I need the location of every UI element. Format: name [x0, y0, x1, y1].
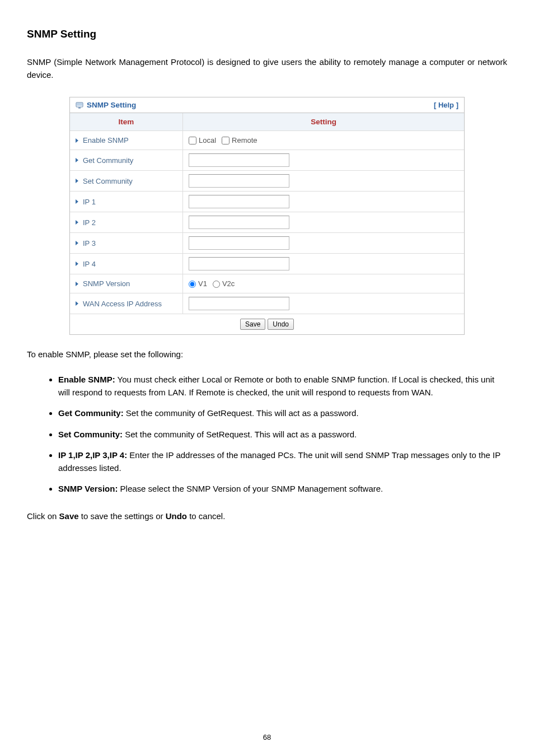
- v1-radio[interactable]: [189, 281, 196, 288]
- bold-term: IP 1,IP 2,IP 3,IP 4:: [58, 450, 127, 460]
- setting-snmp-version: V1 V2c: [183, 274, 464, 293]
- setting-enable-snmp: Local Remote: [183, 131, 464, 150]
- list-text: You must check either Local or Remote or…: [58, 375, 494, 397]
- label-ip3: IP 3: [70, 233, 183, 253]
- row-snmp-version: SNMP Version V1 V2c: [70, 274, 464, 293]
- arrow-icon: [76, 179, 78, 183]
- intro-paragraph: SNMP (Simple Network Management Protocol…: [27, 56, 507, 81]
- label-text: IP 2: [83, 218, 96, 227]
- label-ip4: IP 4: [70, 254, 183, 274]
- arrow-icon: [76, 199, 78, 204]
- closing-text: to save the settings or: [79, 511, 166, 521]
- remote-checkbox[interactable]: [222, 137, 229, 144]
- panel-title-text: SNMP Setting: [87, 101, 136, 109]
- label-text: SNMP Version: [83, 279, 130, 288]
- svg-rect-2: [78, 108, 81, 109]
- sub-intro: To enable SNMP, please set the following…: [27, 349, 507, 359]
- local-checkbox-label[interactable]: Local: [189, 136, 216, 145]
- arrow-icon: [76, 241, 78, 245]
- svg-rect-1: [77, 103, 82, 106]
- arrow-icon: [76, 220, 78, 225]
- row-ip4: IP 4: [70, 254, 464, 274]
- bold-term: SNMP Version:: [58, 484, 118, 493]
- local-text: Local: [199, 136, 216, 144]
- arrow-icon: [76, 282, 78, 286]
- bold-term: Enable SNMP:: [58, 375, 115, 384]
- label-text: WAN Access IP Address: [83, 300, 162, 308]
- label-ip2: IP 2: [70, 212, 183, 232]
- help-link[interactable]: [ Help ]: [434, 101, 458, 109]
- label-set-community: Set Community: [70, 171, 183, 191]
- remote-text: Remote: [232, 136, 257, 144]
- ip3-input[interactable]: [189, 236, 289, 250]
- label-wan-access: WAN Access IP Address: [70, 293, 183, 314]
- list-item: SNMP Version: Please select the SNMP Ver…: [58, 483, 507, 496]
- remote-checkbox-label[interactable]: Remote: [222, 136, 257, 145]
- closing-undo-bold: Undo: [166, 511, 187, 521]
- v2c-radio[interactable]: [213, 281, 220, 288]
- row-set-community: Set Community: [70, 171, 464, 192]
- label-enable-snmp: Enable SNMP: [70, 131, 183, 150]
- arrow-icon: [76, 158, 78, 162]
- list-text: Please select the SNMP Version of your S…: [118, 484, 383, 493]
- v2c-radio-label[interactable]: V2c: [213, 279, 235, 288]
- v2c-text: V2c: [222, 279, 235, 288]
- v1-radio-label[interactable]: V1: [189, 279, 207, 288]
- col-setting-header: Setting: [183, 113, 464, 130]
- arrow-icon: [76, 138, 78, 143]
- label-text: IP 4: [83, 260, 96, 268]
- v1-text: V1: [198, 279, 207, 288]
- col-item-header: Item: [70, 113, 183, 130]
- list-item: Get Community: Set the community of GetR…: [58, 407, 507, 420]
- bold-term: Set Community:: [58, 430, 123, 439]
- list-item: Enable SNMP: You must check either Local…: [58, 374, 507, 399]
- snmp-setting-panel: SNMP Setting [ Help ] Item Setting Enabl…: [69, 97, 465, 335]
- instruction-list: Enable SNMP: You must check either Local…: [27, 374, 507, 496]
- list-item: IP 1,IP 2,IP 3,IP 4: Enter the IP addres…: [58, 449, 507, 474]
- panel-icon: [76, 102, 83, 109]
- label-text: IP 3: [83, 239, 96, 248]
- get-community-input[interactable]: [189, 153, 289, 167]
- local-checkbox[interactable]: [189, 137, 196, 144]
- row-ip3: IP 3: [70, 233, 464, 254]
- row-enable-snmp: Enable SNMP Local Remote: [70, 131, 464, 150]
- table-header-row: Item Setting: [70, 113, 464, 131]
- button-row: Save Undo: [70, 314, 464, 334]
- label-text: Set Community: [83, 177, 133, 185]
- label-get-community: Get Community: [70, 150, 183, 170]
- panel-title: SNMP Setting: [76, 101, 136, 109]
- list-text: Set the community of SetRequest. This wi…: [123, 430, 357, 439]
- ip2-input[interactable]: [189, 216, 289, 229]
- label-text: Enable SNMP: [83, 136, 129, 144]
- section-heading: SNMP Setting: [27, 28, 507, 40]
- save-button[interactable]: Save: [240, 319, 265, 330]
- label-text: IP 1: [83, 198, 96, 206]
- list-item: Set Community: Set the community of SetR…: [58, 428, 507, 441]
- set-community-input[interactable]: [189, 174, 289, 188]
- row-ip1: IP 1: [70, 192, 464, 212]
- panel-header: SNMP Setting [ Help ]: [70, 97, 464, 113]
- arrow-icon: [76, 262, 78, 266]
- ip4-input[interactable]: [189, 257, 289, 270]
- bold-term: Get Community:: [58, 408, 124, 418]
- closing-paragraph: Click on Save to save the settings or Un…: [27, 511, 507, 521]
- list-text: Set the community of GetRequest. This wi…: [124, 408, 359, 418]
- row-get-community: Get Community: [70, 150, 464, 171]
- ip1-input[interactable]: [189, 195, 289, 208]
- undo-button[interactable]: Undo: [268, 319, 294, 330]
- closing-save-bold: Save: [59, 511, 79, 521]
- arrow-icon: [76, 301, 78, 306]
- row-wan-access: WAN Access IP Address: [70, 293, 464, 314]
- label-ip1: IP 1: [70, 192, 183, 212]
- label-snmp-version: SNMP Version: [70, 274, 183, 293]
- label-text: Get Community: [83, 156, 133, 165]
- wan-access-input[interactable]: [189, 297, 289, 310]
- closing-text: to cancel.: [187, 511, 225, 521]
- row-ip2: IP 2: [70, 212, 464, 233]
- closing-text: Click on: [27, 511, 59, 521]
